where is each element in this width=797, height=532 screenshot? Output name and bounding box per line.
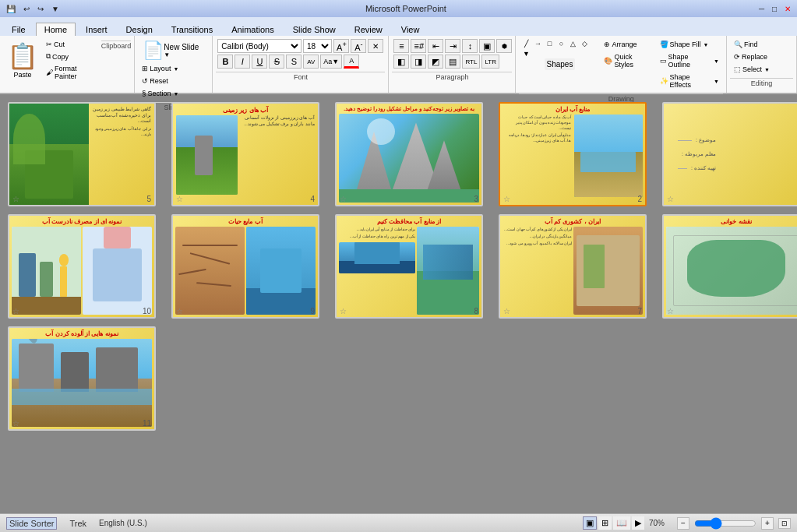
shadow-button[interactable]: S (286, 55, 302, 69)
align-center-button[interactable]: ◨ (411, 55, 426, 69)
shape-diamond[interactable]: ◇ (579, 39, 590, 48)
minimize-button[interactable]: ─ (756, 4, 767, 14)
reset-button[interactable]: ↺ Reset (139, 76, 181, 86)
slide-7[interactable]: ایران ، کشوری کم آب ایران یکی از کشورهای… (499, 214, 647, 319)
shape-arrow[interactable]: → (532, 39, 543, 48)
slide-sorter-view-button[interactable]: Slide Sorter (6, 517, 57, 530)
ltr-button[interactable]: LTR (481, 55, 499, 69)
shape-outline-button[interactable]: ▭ Shape Outline ▼ (658, 51, 721, 70)
slide-11-star[interactable]: ☆ (12, 419, 19, 428)
customize-quick-access[interactable]: ▼ (48, 4, 62, 14)
change-case-button[interactable]: Aa▼ (320, 55, 342, 69)
shape-fill-button[interactable]: 🪣 Shape Fill ▼ (658, 39, 721, 50)
tab-insert[interactable]: Insert (77, 23, 116, 36)
slide-10[interactable]: نمونه ای از مصرف نادرست آب (8, 214, 156, 319)
font-size-select[interactable]: 18 (303, 39, 332, 53)
slide-9[interactable]: آب مایع حیات (171, 214, 319, 319)
select-button[interactable]: ⬚ Select ▼ (732, 64, 792, 75)
tab-view[interactable]: View (393, 23, 428, 36)
reading-view-button[interactable]: 📖 (613, 516, 630, 530)
justify-button[interactable]: ▤ (445, 55, 460, 69)
shapes-button[interactable]: Shapes (545, 58, 576, 70)
shape-ellipse[interactable]: ○ (555, 39, 566, 48)
redo-button[interactable]: ↪ (34, 4, 47, 14)
section-button[interactable]: § Section ▼ (139, 88, 181, 99)
shape-rect[interactable]: □ (544, 39, 555, 48)
slide-4[interactable]: آب های زیر زمینی آب های زیرزمینی از نزول… (171, 102, 319, 206)
layout-button[interactable]: ⊞ Layout ▼ (139, 63, 181, 74)
normal-view-button[interactable]: ▣ (583, 516, 597, 530)
copy-button[interactable]: ⧉ Copy (44, 51, 101, 62)
font-color-button[interactable]: A (344, 55, 359, 69)
font-name-select[interactable]: Calibri (Body) (217, 39, 302, 53)
slide-2[interactable]: منابع آب ایران آب یک ماده حیاتی است که ح… (499, 102, 647, 206)
shape-triangle[interactable]: △ (567, 39, 578, 48)
maximize-button[interactable]: □ (769, 4, 780, 14)
tab-home[interactable]: Home (36, 23, 76, 36)
bold-button[interactable]: B (217, 55, 233, 69)
slide-7-star[interactable]: ☆ (503, 307, 510, 315)
tab-review[interactable]: Review (346, 23, 391, 36)
undo-button[interactable]: ↩ (20, 4, 33, 14)
align-right-button[interactable]: ◩ (428, 55, 443, 69)
tab-design[interactable]: Design (118, 23, 161, 36)
replace-button[interactable]: ⟳ Replace (732, 51, 792, 62)
quick-styles-button[interactable]: 🎨 Quick Styles (601, 51, 654, 70)
shape-effects-button[interactable]: ✨ Shape Effects ▼ (658, 72, 721, 90)
slide-sorter-button[interactable]: ⊞ (598, 516, 612, 530)
slide-3[interactable]: به تصاویر زیر توجه کنید و مراحل تشکیل رو… (335, 102, 483, 206)
rtl-button[interactable]: RTL (462, 55, 480, 69)
new-slide-dropdown[interactable]: ▼ (164, 51, 170, 58)
slideshow-button[interactable]: ▶ (632, 516, 644, 530)
tab-file[interactable]: File (3, 23, 34, 36)
fit-slide-button[interactable]: ⊡ (778, 518, 791, 529)
slide-6[interactable]: نقشه خوانی ☆ 6 (662, 214, 797, 319)
slide-6-star[interactable]: ☆ (667, 307, 674, 315)
slide-5[interactable]: گاهی شرایط طبیعی زیر زمین برای ذخیره شده… (8, 102, 156, 206)
slide-1[interactable]: موضوع : معلم مربوطه : تهیه کننده : (662, 102, 797, 206)
bullets-button[interactable]: ≡ (393, 39, 409, 53)
zoom-slider[interactable] (694, 519, 756, 528)
save-button[interactable]: 💾 (3, 4, 19, 14)
find-button[interactable]: 🔍 Find (732, 39, 792, 50)
paste-button[interactable]: 📋 Paste (3, 39, 42, 90)
slide-4-star[interactable]: ☆ (176, 195, 183, 203)
clear-format-button[interactable]: ✕ (368, 39, 383, 53)
smart-art-convert-button[interactable]: ⬢ (496, 39, 512, 53)
tab-transitions[interactable]: Transitions (163, 23, 221, 36)
shape-more[interactable]: ▼ (520, 49, 531, 58)
slide-1-star[interactable]: ☆ (667, 195, 674, 203)
new-slide-button[interactable]: 📄 New Slide ▼ (139, 39, 202, 62)
tab-animations[interactable]: Animations (223, 23, 282, 36)
underline-button[interactable]: U (252, 55, 267, 69)
tab-slideshow[interactable]: Slide Show (284, 23, 344, 36)
slide-3-star[interactable]: ☆ (340, 195, 347, 203)
cut-button[interactable]: ✂ Cut (44, 39, 101, 50)
strikethrough-button[interactable]: S (269, 55, 284, 69)
columns-button[interactable]: ▣ (479, 39, 495, 53)
increase-indent-button[interactable]: ⇥ (445, 39, 460, 53)
decrease-indent-button[interactable]: ⇤ (428, 39, 443, 53)
format-painter-button[interactable]: 🖌 Format Painter (44, 63, 101, 82)
italic-button[interactable]: I (235, 55, 250, 69)
slide-2-star[interactable]: ☆ (503, 195, 510, 203)
char-spacing-button[interactable]: AV (303, 55, 319, 69)
slide-9-star[interactable]: ☆ (176, 307, 183, 315)
slide-5-star[interactable]: ☆ (12, 195, 19, 203)
slide-10-star[interactable]: ☆ (12, 307, 19, 315)
arrange-button[interactable]: ⊕ Arrange (601, 39, 654, 50)
slide-8-star[interactable]: ☆ (340, 307, 347, 315)
close-button[interactable]: ✕ (781, 4, 794, 14)
numbering-button[interactable]: ≡# (411, 39, 426, 53)
shape-line[interactable]: ╱ (520, 39, 531, 48)
slide-11[interactable]: نمونه هایی از آلوده کردن آب (8, 326, 156, 431)
line-spacing-button[interactable]: ↕ (462, 39, 478, 53)
trek-tab[interactable]: Trek (66, 517, 90, 530)
zoom-in-button[interactable]: + (761, 517, 774, 530)
zoom-out-button[interactable]: − (677, 517, 689, 530)
slide-3-title: به تصاویر زیر توجه کنید و مراحل تشکیل رو… (339, 106, 479, 112)
decrease-font-button[interactable]: A- (351, 39, 366, 53)
align-left-button[interactable]: ◧ (393, 55, 409, 69)
increase-font-button[interactable]: A+ (333, 39, 349, 53)
slide-8[interactable]: از منابع آب محافظت کنیم برای حفاظت از من… (335, 214, 483, 319)
